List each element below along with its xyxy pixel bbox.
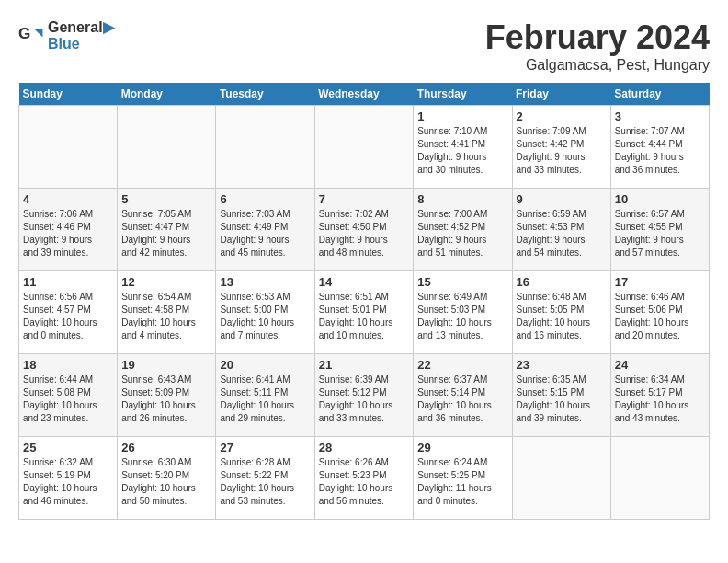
day-info: Sunrise: 6:51 AMSunset: 5:01 PMDaylight:… <box>319 291 410 342</box>
day-info: Sunrise: 6:44 AMSunset: 5:08 PMDaylight:… <box>23 373 113 425</box>
calendar-cell: 3Sunrise: 7:07 AMSunset: 4:44 PMDaylight… <box>610 106 709 189</box>
day-info: Sunrise: 6:35 AMSunset: 5:15 PMDaylight:… <box>517 373 607 425</box>
calendar-cell: 16Sunrise: 6:48 AMSunset: 5:05 PMDayligh… <box>512 271 610 354</box>
day-info: Sunrise: 7:10 AMSunset: 4:41 PMDaylight:… <box>417 125 507 177</box>
calendar-week-2: 4Sunrise: 7:06 AMSunset: 4:46 PMDaylight… <box>19 189 710 271</box>
calendar-cell <box>118 106 216 189</box>
day-number: 20 <box>220 358 310 372</box>
calendar-cell: 4Sunrise: 7:06 AMSunset: 4:46 PMDaylight… <box>19 189 118 271</box>
calendar-week-1: 1Sunrise: 7:10 AMSunset: 4:41 PMDaylight… <box>19 106 710 189</box>
day-number: 25 <box>23 441 113 454</box>
calendar-table: SundayMondayTuesdayWednesdayThursdayFrid… <box>18 83 710 520</box>
logo-line2: Blue <box>48 36 114 52</box>
calendar-cell: 25Sunrise: 6:32 AMSunset: 5:19 PMDayligh… <box>19 437 118 520</box>
calendar-week-3: 11Sunrise: 6:56 AMSunset: 4:57 PMDayligh… <box>19 271 710 354</box>
day-info: Sunrise: 6:46 AMSunset: 5:06 PMDaylight:… <box>615 291 705 342</box>
day-number: 1 <box>417 109 507 123</box>
header-saturday: Saturday <box>610 83 709 106</box>
day-info: Sunrise: 6:34 AMSunset: 5:17 PMDaylight:… <box>615 373 705 425</box>
calendar-cell: 20Sunrise: 6:41 AMSunset: 5:11 PMDayligh… <box>216 354 314 437</box>
day-info: Sunrise: 6:48 AMSunset: 5:05 PMDaylight:… <box>517 291 607 342</box>
calendar-cell <box>610 437 709 520</box>
day-number: 10 <box>615 192 705 206</box>
calendar-cell: 18Sunrise: 6:44 AMSunset: 5:08 PMDayligh… <box>19 354 118 437</box>
day-number: 7 <box>319 192 410 206</box>
calendar-cell: 7Sunrise: 7:02 AMSunset: 4:50 PMDaylight… <box>314 189 414 271</box>
calendar-cell: 1Sunrise: 7:10 AMSunset: 4:41 PMDaylight… <box>414 106 512 189</box>
title-block: February 2024 Galgamacsa, Pest, Hungary <box>485 18 710 74</box>
day-info: Sunrise: 6:39 AMSunset: 5:12 PMDaylight:… <box>319 373 410 425</box>
day-number: 16 <box>517 275 607 289</box>
day-info: Sunrise: 6:37 AMSunset: 5:14 PMDaylight:… <box>417 373 507 425</box>
calendar-cell: 26Sunrise: 6:30 AMSunset: 5:20 PMDayligh… <box>118 437 216 520</box>
calendar-cell <box>314 106 414 189</box>
day-number: 2 <box>517 109 607 123</box>
header-friday: Friday <box>512 83 610 106</box>
calendar-cell: 9Sunrise: 6:59 AMSunset: 4:53 PMDaylight… <box>512 189 610 271</box>
day-number: 13 <box>220 275 310 289</box>
day-number: 9 <box>517 192 607 206</box>
calendar-cell <box>19 106 118 189</box>
day-number: 4 <box>23 192 113 206</box>
day-number: 14 <box>319 275 410 289</box>
day-number: 26 <box>121 441 211 454</box>
calendar-cell: 2Sunrise: 7:09 AMSunset: 4:42 PMDaylight… <box>512 106 610 189</box>
calendar-cell: 15Sunrise: 6:49 AMSunset: 5:03 PMDayligh… <box>414 271 512 354</box>
day-number: 21 <box>319 358 410 372</box>
day-number: 17 <box>615 275 705 289</box>
calendar-week-4: 18Sunrise: 6:44 AMSunset: 5:08 PMDayligh… <box>19 354 710 437</box>
calendar-week-5: 25Sunrise: 6:32 AMSunset: 5:19 PMDayligh… <box>19 437 710 520</box>
day-info: Sunrise: 6:57 AMSunset: 4:55 PMDaylight:… <box>615 208 705 259</box>
calendar-cell: 11Sunrise: 6:56 AMSunset: 4:57 PMDayligh… <box>19 271 118 354</box>
calendar-cell: 12Sunrise: 6:54 AMSunset: 4:58 PMDayligh… <box>118 271 216 354</box>
calendar-cell: 24Sunrise: 6:34 AMSunset: 5:17 PMDayligh… <box>610 354 709 437</box>
day-info: Sunrise: 7:00 AMSunset: 4:52 PMDaylight:… <box>417 208 507 259</box>
calendar-cell: 17Sunrise: 6:46 AMSunset: 5:06 PMDayligh… <box>610 271 709 354</box>
header-sunday: Sunday <box>19 83 118 106</box>
day-info: Sunrise: 7:06 AMSunset: 4:46 PMDaylight:… <box>23 208 113 259</box>
day-number: 11 <box>23 275 113 289</box>
day-info: Sunrise: 7:09 AMSunset: 4:42 PMDaylight:… <box>517 125 607 177</box>
day-number: 12 <box>121 275 211 289</box>
calendar-cell: 21Sunrise: 6:39 AMSunset: 5:12 PMDayligh… <box>314 354 414 437</box>
calendar-cell: 23Sunrise: 6:35 AMSunset: 5:15 PMDayligh… <box>512 354 610 437</box>
day-number: 22 <box>417 358 507 372</box>
day-number: 3 <box>615 109 705 123</box>
calendar-cell: 8Sunrise: 7:00 AMSunset: 4:52 PMDaylight… <box>414 189 512 271</box>
month-title: February 2024 <box>485 18 710 57</box>
day-info: Sunrise: 6:43 AMSunset: 5:09 PMDaylight:… <box>121 373 211 425</box>
header-monday: Monday <box>118 83 216 106</box>
logo-line1: General▶ <box>48 18 114 36</box>
calendar-cell: 27Sunrise: 6:28 AMSunset: 5:22 PMDayligh… <box>216 437 314 520</box>
day-info: Sunrise: 7:02 AMSunset: 4:50 PMDaylight:… <box>319 208 410 259</box>
day-number: 28 <box>319 441 410 454</box>
day-number: 27 <box>220 441 310 454</box>
calendar-cell <box>216 106 314 189</box>
calendar-cell: 13Sunrise: 6:53 AMSunset: 5:00 PMDayligh… <box>216 271 314 354</box>
day-info: Sunrise: 6:32 AMSunset: 5:19 PMDaylight:… <box>23 456 113 508</box>
day-info: Sunrise: 6:49 AMSunset: 5:03 PMDaylight:… <box>417 291 507 342</box>
location-subtitle: Galgamacsa, Pest, Hungary <box>485 57 710 74</box>
calendar-cell: 5Sunrise: 7:05 AMSunset: 4:47 PMDaylight… <box>118 189 216 271</box>
day-number: 18 <box>23 358 113 372</box>
day-number: 29 <box>417 441 507 454</box>
header-tuesday: Tuesday <box>216 83 314 106</box>
day-number: 8 <box>417 192 507 206</box>
day-number: 5 <box>121 192 211 206</box>
logo-icon: G <box>18 23 44 49</box>
day-info: Sunrise: 7:05 AMSunset: 4:47 PMDaylight:… <box>121 208 211 259</box>
day-number: 24 <box>615 358 705 372</box>
calendar-cell: 22Sunrise: 6:37 AMSunset: 5:14 PMDayligh… <box>414 354 512 437</box>
day-info: Sunrise: 6:53 AMSunset: 5:00 PMDaylight:… <box>220 291 310 342</box>
calendar-cell: 6Sunrise: 7:03 AMSunset: 4:49 PMDaylight… <box>216 189 314 271</box>
calendar-header-row: SundayMondayTuesdayWednesdayThursdayFrid… <box>19 83 710 106</box>
svg-marker-1 <box>34 29 42 37</box>
logo: G General▶ Blue <box>18 18 114 52</box>
calendar-cell: 28Sunrise: 6:26 AMSunset: 5:23 PMDayligh… <box>314 437 414 520</box>
day-number: 19 <box>121 358 211 372</box>
svg-text:G: G <box>18 25 30 42</box>
day-info: Sunrise: 6:26 AMSunset: 5:23 PMDaylight:… <box>319 456 410 508</box>
header-wednesday: Wednesday <box>314 83 414 106</box>
day-number: 15 <box>417 275 507 289</box>
day-info: Sunrise: 6:41 AMSunset: 5:11 PMDaylight:… <box>220 373 310 425</box>
